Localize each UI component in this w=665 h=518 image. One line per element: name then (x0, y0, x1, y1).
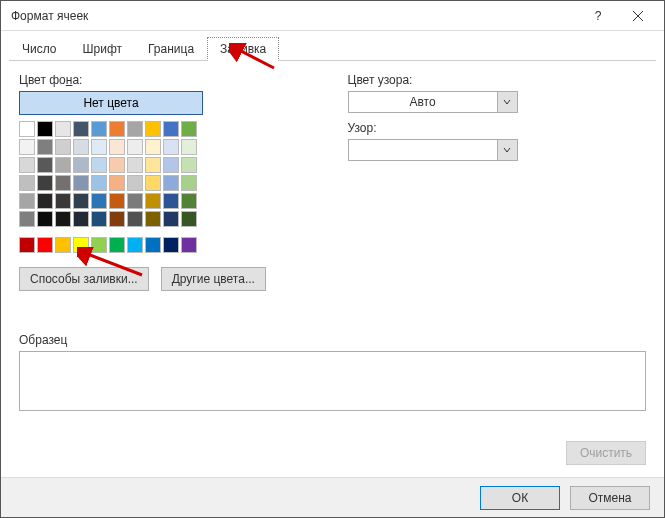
color-swatch[interactable] (73, 139, 89, 155)
color-swatch[interactable] (73, 121, 89, 137)
color-swatch[interactable] (19, 237, 35, 253)
color-swatch[interactable] (91, 237, 107, 253)
color-swatch[interactable] (145, 139, 161, 155)
color-swatch[interactable] (91, 211, 107, 227)
color-swatch[interactable] (109, 121, 125, 137)
color-swatch[interactable] (181, 121, 197, 137)
tab-number[interactable]: Число (9, 37, 70, 61)
color-swatch[interactable] (109, 157, 125, 173)
color-swatch[interactable] (19, 139, 35, 155)
color-swatch[interactable] (145, 237, 161, 253)
pattern-style-arrow[interactable] (497, 140, 517, 160)
color-swatch[interactable] (73, 211, 89, 227)
color-swatch[interactable] (91, 175, 107, 191)
color-swatch[interactable] (73, 237, 89, 253)
color-swatch[interactable] (127, 157, 143, 173)
color-swatch[interactable] (163, 121, 179, 137)
cancel-button[interactable]: Отмена (570, 486, 650, 510)
color-swatch[interactable] (181, 139, 197, 155)
pattern-color-arrow[interactable] (497, 92, 517, 112)
color-swatch[interactable] (91, 139, 107, 155)
palette-row (19, 157, 318, 173)
tab-border[interactable]: Граница (135, 37, 207, 61)
close-button[interactable] (618, 1, 658, 31)
sample-box (19, 351, 646, 411)
pattern-color-select[interactable]: Авто (348, 91, 518, 113)
color-swatch[interactable] (37, 175, 53, 191)
color-swatch[interactable] (37, 139, 53, 155)
palette-row (19, 121, 318, 137)
color-swatch[interactable] (109, 139, 125, 155)
color-swatch[interactable] (19, 175, 35, 191)
color-swatch[interactable] (91, 157, 107, 173)
color-swatch[interactable] (55, 175, 71, 191)
pattern-color-label: Цвет узора: (348, 73, 647, 87)
color-swatch[interactable] (19, 193, 35, 209)
help-button[interactable]: ? (578, 1, 618, 31)
color-swatch[interactable] (127, 139, 143, 155)
pattern-style-value (349, 140, 497, 160)
right-column: Цвет узора: Авто Узор: (348, 73, 647, 291)
color-swatch[interactable] (163, 193, 179, 209)
color-swatch[interactable] (37, 157, 53, 173)
sample-section: Образец (19, 333, 646, 411)
color-swatch[interactable] (37, 121, 53, 137)
tab-strip: Число Шрифт Граница Заливка (1, 31, 664, 61)
more-colors-button[interactable]: Другие цвета... (161, 267, 266, 291)
color-swatch[interactable] (145, 211, 161, 227)
color-swatch[interactable] (55, 211, 71, 227)
palette-row (19, 175, 318, 191)
palette-row (19, 211, 318, 227)
no-color-button[interactable]: Нет цвета (19, 91, 203, 115)
color-swatch[interactable] (55, 139, 71, 155)
sample-label: Образец (19, 333, 646, 347)
color-swatch[interactable] (55, 121, 71, 137)
color-swatch[interactable] (181, 237, 197, 253)
color-swatch[interactable] (127, 211, 143, 227)
color-swatch[interactable] (55, 193, 71, 209)
color-swatch[interactable] (19, 157, 35, 173)
color-swatch[interactable] (127, 237, 143, 253)
pattern-color-value: Авто (349, 92, 497, 112)
color-swatch[interactable] (55, 237, 71, 253)
color-swatch[interactable] (163, 157, 179, 173)
color-swatch[interactable] (109, 237, 125, 253)
color-swatch[interactable] (55, 157, 71, 173)
color-swatch[interactable] (163, 139, 179, 155)
color-swatch[interactable] (127, 175, 143, 191)
color-swatch[interactable] (163, 211, 179, 227)
color-swatch[interactable] (163, 237, 179, 253)
color-swatch[interactable] (73, 193, 89, 209)
color-swatch[interactable] (73, 157, 89, 173)
color-swatch[interactable] (109, 193, 125, 209)
color-swatch[interactable] (127, 193, 143, 209)
color-swatch[interactable] (181, 157, 197, 173)
color-swatch[interactable] (91, 121, 107, 137)
color-swatch[interactable] (181, 193, 197, 209)
tab-fill[interactable]: Заливка (207, 37, 279, 61)
color-swatch[interactable] (127, 121, 143, 137)
color-swatch[interactable] (145, 175, 161, 191)
color-swatch[interactable] (163, 175, 179, 191)
fill-effects-button[interactable]: Способы заливки... (19, 267, 149, 291)
color-swatch[interactable] (145, 157, 161, 173)
pattern-style-select[interactable] (348, 139, 518, 161)
color-swatch[interactable] (145, 121, 161, 137)
color-swatch[interactable] (37, 193, 53, 209)
color-swatch[interactable] (19, 211, 35, 227)
color-swatch[interactable] (109, 211, 125, 227)
fill-button-row: Способы заливки... Другие цвета... (19, 267, 318, 291)
chevron-down-icon (503, 98, 511, 106)
color-swatch[interactable] (37, 237, 53, 253)
color-swatch[interactable] (181, 211, 197, 227)
color-swatch[interactable] (19, 121, 35, 137)
tab-font[interactable]: Шрифт (70, 37, 135, 61)
color-swatch[interactable] (37, 211, 53, 227)
color-swatch[interactable] (91, 193, 107, 209)
clear-button[interactable]: Очистить (566, 441, 646, 465)
color-swatch[interactable] (73, 175, 89, 191)
color-swatch[interactable] (145, 193, 161, 209)
color-swatch[interactable] (181, 175, 197, 191)
ok-button[interactable]: ОК (480, 486, 560, 510)
color-swatch[interactable] (109, 175, 125, 191)
